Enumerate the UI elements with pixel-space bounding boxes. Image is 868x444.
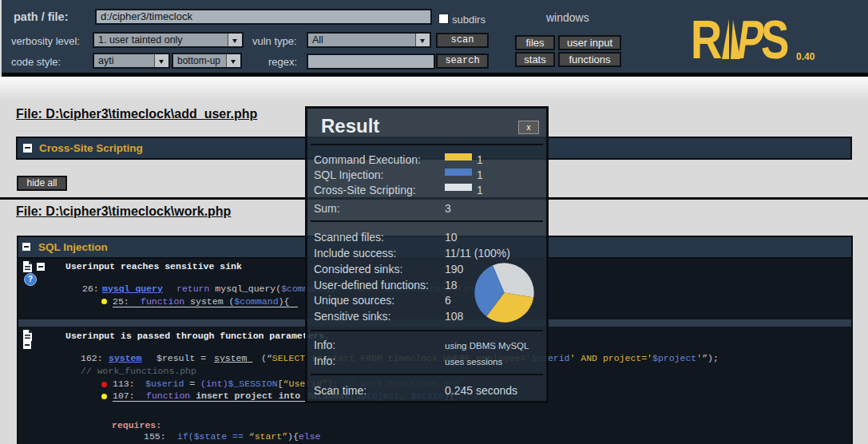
svg-text:R: R	[691, 18, 722, 61]
svg-text:S: S	[761, 18, 789, 61]
svg-text:0.40: 0.40	[796, 51, 815, 61]
